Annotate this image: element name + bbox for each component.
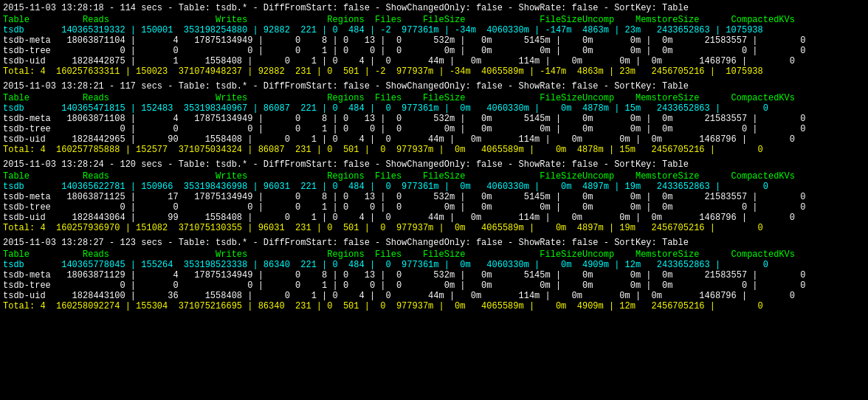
section-header: 2015-11-03 13:28:18 - 114 secs - Table: … — [3, 3, 865, 13]
column-headers: Table Reads Writes Regions Files FileSiz… — [3, 171, 865, 182]
data-row: tsdb-meta 18063871125 | 17 17875134949 |… — [3, 192, 865, 202]
data-row: Total: 4 160257936970 | 151082 371075130… — [3, 223, 865, 233]
data-row: tsdb 140365778045 | 155264 353198523338 … — [3, 260, 865, 270]
data-row: tsdb 140365622781 | 150966 353198436998 … — [3, 182, 865, 192]
data-row: tsdb-tree 0 | 0 0 | 0 1 | 0 0 | 0 0m | 0… — [3, 124, 865, 134]
data-row: tsdb-uid 1828443064 | 99 1558408 | 0 1 |… — [3, 213, 865, 223]
data-row: tsdb-tree 0 | 0 0 | 0 1 | 0 0 | 0 0m | 0… — [3, 280, 865, 291]
data-row: tsdb-tree 0 | 0 0 | 0 1 | 0 0 | 0 0m | 0… — [3, 202, 865, 213]
terminal-output: 2015-11-03 13:28:18 - 114 secs - Table: … — [3, 3, 865, 311]
column-headers: Table Reads Writes Regions Files FileSiz… — [3, 249, 865, 260]
section-header: 2015-11-03 13:28:21 - 117 secs - Table: … — [3, 81, 865, 92]
data-row: Total: 4 160257785888 | 152577 371075034… — [3, 145, 865, 155]
data-row: tsdb-uid 1828442965 | 90 1558408 | 0 1 |… — [3, 134, 865, 145]
section-3: 2015-11-03 13:28:24 - 120 secs - Table: … — [3, 159, 865, 233]
section-4: 2015-11-03 13:28:27 - 123 secs - Table: … — [3, 238, 865, 311]
data-row: Total: 4 160258092274 | 155304 371075216… — [3, 301, 865, 311]
data-row: tsdb 140365319332 | 150001 353198254880 … — [3, 25, 865, 35]
data-row: tsdb-meta 18063871108 | 4 17875134949 | … — [3, 114, 865, 124]
data-row: Total: 4 160257633311 | 150023 371074948… — [3, 66, 865, 77]
section-header: 2015-11-03 13:28:24 - 120 secs - Table: … — [3, 159, 865, 170]
column-headers: Table Reads Writes Regions Files FileSiz… — [3, 15, 865, 25]
data-row: tsdb 140365471815 | 152483 353198340967 … — [3, 103, 865, 114]
section-header: 2015-11-03 13:28:27 - 123 secs - Table: … — [3, 238, 865, 248]
section-2: 2015-11-03 13:28:21 - 117 secs - Table: … — [3, 81, 865, 155]
section-1: 2015-11-03 13:28:18 - 114 secs - Table: … — [3, 3, 865, 77]
data-row: tsdb-tree 0 | 0 0 | 0 1 | 0 0 | 0 0m | 0… — [3, 46, 865, 56]
data-row: tsdb-uid 1828443100 | 36 1558408 | 0 1 |… — [3, 291, 865, 301]
data-row: tsdb-meta 18063871129 | 4 17875134949 | … — [3, 270, 865, 280]
column-headers: Table Reads Writes Regions Files FileSiz… — [3, 93, 865, 103]
data-row: tsdb-uid 1828442875 | 1 1558408 | 0 1 | … — [3, 56, 865, 66]
data-row: tsdb-meta 18063871104 | 4 17875134949 | … — [3, 35, 865, 46]
